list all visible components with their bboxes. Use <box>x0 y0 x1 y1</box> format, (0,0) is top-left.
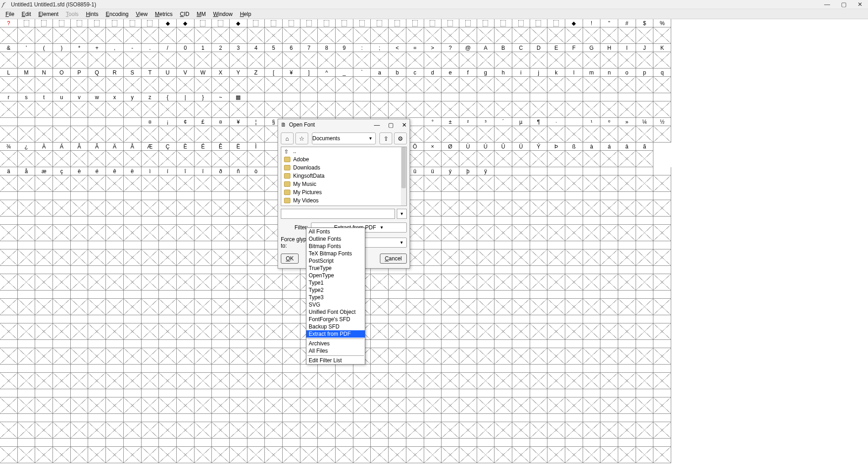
glyph-cell[interactable]: z <box>142 93 159 118</box>
glyph-cell[interactable] <box>159 439 177 463</box>
glyph-cell[interactable]: M <box>18 69 36 93</box>
glyph-cell[interactable] <box>18 340 36 365</box>
glyph-cell[interactable]: T <box>142 69 159 93</box>
glyph-cell[interactable] <box>142 217 159 241</box>
glyph-cell[interactable] <box>477 439 495 463</box>
glyph-cell[interactable]: J <box>636 44 654 69</box>
glyph-cell[interactable] <box>442 291 459 315</box>
folder-item[interactable]: Downloads <box>281 164 406 172</box>
glyph-cell[interactable] <box>247 19 265 44</box>
glyph-cell[interactable] <box>71 439 89 463</box>
menu-file[interactable]: File <box>2 10 18 18</box>
maximize-button[interactable]: ▢ <box>841 1 847 8</box>
menu-view[interactable]: View <box>132 10 152 18</box>
glyph-cell[interactable] <box>583 439 601 463</box>
glyph-cell[interactable] <box>600 93 618 118</box>
glyph-cell[interactable]: ¡ <box>159 118 177 143</box>
glyph-cell[interactable] <box>477 192 495 217</box>
glyph-cell[interactable]: [ <box>265 69 283 93</box>
glyph-cell[interactable] <box>424 217 442 241</box>
glyph-cell[interactable] <box>494 439 512 463</box>
glyph-cell[interactable] <box>547 19 565 44</box>
glyph-cell[interactable] <box>530 167 548 192</box>
glyph-cell[interactable]: ÿ <box>477 167 495 192</box>
glyph-cell[interactable] <box>494 315 512 340</box>
glyph-cell[interactable] <box>618 241 636 266</box>
glyph-cell[interactable] <box>618 167 636 192</box>
glyph-cell[interactable] <box>18 439 36 463</box>
glyph-cell[interactable]: a <box>371 69 389 93</box>
glyph-cell[interactable] <box>512 93 530 118</box>
glyph-cell[interactable] <box>106 365 124 389</box>
glyph-cell[interactable]: 6 <box>283 44 300 69</box>
glyph-cell[interactable] <box>389 340 406 365</box>
glyph-cell[interactable] <box>618 389 636 414</box>
glyph-cell[interactable]: à <box>583 143 601 167</box>
glyph-cell[interactable] <box>35 340 53 365</box>
glyph-cell[interactable]: O <box>53 69 71 93</box>
glyph-cell[interactable]: ë <box>124 167 142 192</box>
glyph-cell[interactable] <box>512 315 530 340</box>
glyph-cell[interactable] <box>583 365 601 389</box>
glyph-cell[interactable]: ¦ <box>247 118 265 143</box>
glyph-cell[interactable]: Q <box>88 69 106 93</box>
glyph-cell[interactable] <box>424 340 442 365</box>
glyph-cell[interactable] <box>195 439 212 463</box>
glyph-cell[interactable] <box>618 439 636 463</box>
glyph-cell[interactable]: Ù <box>459 143 477 167</box>
glyph-cell[interactable]: ¾ <box>0 143 18 167</box>
glyph-cell[interactable] <box>0 414 18 439</box>
glyph-cell[interactable]: ì <box>142 167 159 192</box>
glyph-cell[interactable] <box>18 389 36 414</box>
glyph-cell[interactable] <box>300 365 318 389</box>
glyph-cell[interactable] <box>406 266 424 291</box>
glyph-cell[interactable] <box>230 414 247 439</box>
glyph-cell[interactable] <box>547 439 565 463</box>
glyph-cell[interactable] <box>53 439 71 463</box>
glyph-cell[interactable] <box>283 365 300 389</box>
glyph-cell[interactable] <box>265 439 283 463</box>
glyph-cell[interactable] <box>565 389 583 414</box>
glyph-cell[interactable] <box>124 192 142 217</box>
glyph-cell[interactable] <box>142 414 159 439</box>
glyph-cell[interactable] <box>459 266 477 291</box>
menu-cid[interactable]: CID <box>176 10 193 18</box>
glyph-cell[interactable] <box>600 414 618 439</box>
glyph-cell[interactable]: u <box>53 93 71 118</box>
glyph-cell[interactable]: ¿ <box>18 143 36 167</box>
glyph-cell[interactable]: È <box>177 143 195 167</box>
glyph-cell[interactable] <box>0 192 18 217</box>
glyph-cell[interactable] <box>18 365 36 389</box>
glyph-cell[interactable] <box>53 389 71 414</box>
glyph-cell[interactable] <box>547 241 565 266</box>
glyph-cell[interactable] <box>230 389 247 414</box>
glyph-cell[interactable] <box>565 167 583 192</box>
glyph-cell[interactable] <box>389 266 406 291</box>
glyph-cell[interactable]: Ä <box>106 143 124 167</box>
glyph-cell[interactable] <box>88 291 106 315</box>
glyph-cell[interactable] <box>159 365 177 389</box>
glyph-cell[interactable]: 2 <box>212 44 230 69</box>
glyph-cell[interactable] <box>88 414 106 439</box>
glyph-cell[interactable] <box>389 93 406 118</box>
glyph-cell[interactable] <box>424 291 442 315</box>
glyph-cell[interactable] <box>212 389 230 414</box>
glyph-cell[interactable]: æ <box>35 167 53 192</box>
glyph-cell[interactable] <box>18 266 36 291</box>
glyph-cell[interactable]: Û <box>494 143 512 167</box>
filter-option[interactable]: SVG <box>306 301 365 308</box>
glyph-cell[interactable]: 4 <box>247 44 265 69</box>
glyph-cell[interactable] <box>583 389 601 414</box>
glyph-cell[interactable]: + <box>88 44 106 69</box>
glyph-cell[interactable] <box>636 167 654 192</box>
glyph-cell[interactable] <box>142 291 159 315</box>
glyph-cell[interactable] <box>0 118 18 143</box>
glyph-cell[interactable] <box>195 414 212 439</box>
glyph-cell[interactable]: Å <box>124 143 142 167</box>
filter-option[interactable]: Type2 <box>306 286 365 294</box>
glyph-cell[interactable]: Þ <box>547 143 565 167</box>
glyph-cell[interactable] <box>35 19 53 44</box>
glyph-cell[interactable]: $ <box>636 19 654 44</box>
glyph-cell[interactable] <box>494 167 512 192</box>
glyph-cell[interactable]: ° <box>424 118 442 143</box>
